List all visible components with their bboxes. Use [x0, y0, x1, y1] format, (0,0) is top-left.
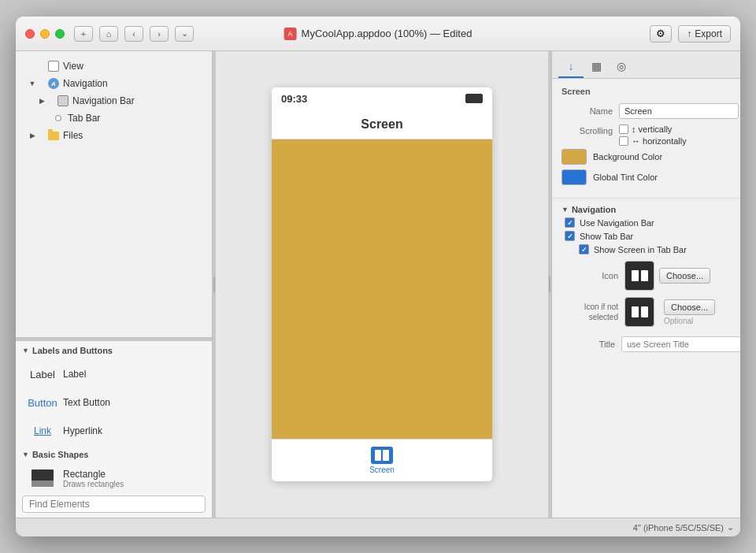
tree-item-files[interactable]: ▶ Files — [16, 127, 212, 144]
background-color-label: Background Color — [593, 152, 662, 161]
global-tint-row[interactable]: Global Tint Color — [561, 169, 731, 185]
right-divider-dot — [549, 276, 550, 292]
tree-item-navigation[interactable]: ▼ A Navigation — [16, 75, 212, 92]
element-hyperlink-name: Hyperlink — [63, 425, 102, 436]
toolbar-left: + ⌂ ‹ › ⌄ — [74, 26, 194, 42]
global-tint-swatch[interactable] — [561, 169, 587, 185]
element-rectangle-text: Rectangle Draws rectangles — [63, 469, 124, 488]
use-nav-bar-wrap[interactable]: ✓ Use Navigation Bar — [565, 217, 654, 228]
section-basic-shapes-label: Basic Shapes — [32, 450, 89, 459]
scroll-horizontal-option[interactable]: ↔ horizontally — [619, 136, 687, 146]
close-button[interactable] — [25, 29, 35, 39]
section-labels-buttons[interactable]: ▼ Labels and Buttons — [16, 341, 212, 360]
phone-content — [272, 139, 492, 439]
navigation-options: ✓ Use Navigation Bar ✓ Show Tab Bar — [552, 217, 740, 362]
tree-label-tab-bar: Tab Bar — [68, 113, 100, 124]
home-button[interactable]: ⌂ — [99, 26, 118, 42]
tree-item-navigation-bar[interactable]: ▶ Navigation Bar — [16, 92, 212, 109]
tab-page-left — [375, 450, 381, 461]
add-button[interactable]: + — [74, 26, 93, 42]
tab-properties[interactable]: ↓ — [558, 56, 584, 78]
forward-icon: › — [158, 29, 161, 39]
device-dropdown-icon[interactable]: ⌄ — [727, 522, 734, 533]
navbar-triangle-icon: ▶ — [38, 97, 46, 105]
app-icon: A — [284, 28, 297, 40]
show-screen-in-tab-wrap[interactable]: ✓ Show Screen in Tab Bar — [579, 244, 687, 254]
text-button-preview-icon: Button — [28, 392, 57, 414]
phone-nav-bar: Screen — [272, 109, 492, 139]
choose-optional-wrap: Choose... Optional — [664, 299, 715, 325]
show-tab-bar-row[interactable]: ✓ Show Tab Bar — [561, 231, 731, 241]
plus-icon: + — [81, 29, 86, 39]
icon-not-selected-row: Icon if not selected Ch — [561, 297, 731, 327]
show-screen-in-tab-row[interactable]: ✓ Show Screen in Tab Bar — [576, 244, 731, 254]
icon-choose-button[interactable]: Choose... — [659, 268, 710, 284]
tree-label-files: Files — [63, 130, 83, 141]
icon-not-selected-preview[interactable] — [624, 297, 654, 327]
element-label[interactable]: Label Label — [16, 360, 212, 388]
section-labels-buttons-label: Labels and Buttons — [32, 346, 113, 355]
use-nav-bar-checkbox[interactable]: ✓ — [565, 217, 575, 228]
background-color-row[interactable]: Background Color — [561, 149, 731, 165]
scroll-vertical-label: ↕ vertically — [632, 124, 672, 134]
background-color-swatch[interactable] — [561, 149, 587, 165]
label-preview-icon: Label — [28, 363, 57, 385]
tab-info[interactable]: ◎ — [609, 56, 634, 78]
minimize-button[interactable] — [40, 29, 50, 39]
element-rectangle[interactable]: Rectangle Draws rectangles — [16, 464, 212, 492]
divider-dot — [213, 276, 215, 292]
chevron-button[interactable]: ⌄ — [175, 26, 194, 42]
element-text-button[interactable]: Button Text Button — [16, 388, 212, 417]
back-button[interactable]: ‹ — [124, 26, 143, 42]
icon-preview[interactable] — [624, 261, 654, 291]
traffic-lights — [25, 29, 65, 39]
info-icon: ◎ — [617, 60, 626, 72]
navigation-section-label: Navigation — [572, 205, 616, 214]
export-button[interactable]: ↑ Export — [678, 25, 731, 43]
navigation-icon: A — [48, 78, 59, 89]
show-tab-bar-checkbox[interactable]: ✓ — [565, 231, 575, 241]
name-input[interactable] — [619, 103, 739, 119]
icon-not-selected-choose-button[interactable]: Choose... — [664, 299, 715, 315]
element-hyperlink[interactable]: Link Hyperlink — [16, 417, 212, 445]
show-screen-in-tab-label: Show Screen in Tab Bar — [594, 245, 687, 254]
use-nav-bar-row[interactable]: ✓ Use Navigation Bar — [561, 217, 731, 228]
scroll-horizontal-label: ↔ horizontally — [632, 136, 687, 146]
tabbar-icon — [55, 115, 61, 121]
home-icon: ⌂ — [106, 29, 112, 39]
shapes-triangle-icon: ▼ — [22, 451, 29, 458]
icon-label: Icon — [565, 270, 618, 281]
section-triangle-icon: ▼ — [22, 347, 29, 354]
tree-item-view[interactable]: View — [16, 58, 212, 75]
name-prop-row: Name — [561, 102, 731, 120]
find-input[interactable] — [22, 495, 206, 513]
maximize-button[interactable] — [55, 29, 65, 39]
chevron-down-icon: ⌄ — [181, 28, 188, 39]
global-tint-label: Global Tint Color — [593, 173, 658, 182]
title-bar: + ⌂ ‹ › ⌄ A MyCoolApp.appdoo (100%) — Ed… — [16, 17, 740, 51]
navbaritem-icon — [57, 95, 69, 106]
icon-page-left — [632, 270, 639, 281]
export-icon: ↑ — [687, 28, 691, 39]
tree-item-tab-bar[interactable]: Tab Bar — [16, 109, 212, 127]
tab-layout[interactable]: ▦ — [584, 56, 609, 78]
forward-button[interactable]: › — [150, 26, 169, 42]
icon-ns-page-right — [641, 306, 648, 317]
hyperlink-el-preview: Link — [34, 425, 51, 436]
app-window: + ⌂ ‹ › ⌄ A MyCoolApp.appdoo (100%) — Ed… — [16, 17, 740, 536]
show-tab-bar-wrap[interactable]: ✓ Show Tab Bar — [565, 231, 633, 241]
section-basic-shapes[interactable]: ▼ Basic Shapes — [16, 445, 212, 464]
phone-tab-bar: Screen — [272, 439, 492, 481]
tab-icon-inner — [375, 450, 389, 461]
title-input[interactable] — [621, 336, 740, 352]
show-screen-in-tab-checkbox[interactable]: ✓ — [579, 244, 589, 254]
navigation-section-header[interactable]: ▼ Navigation — [552, 199, 740, 217]
export-label: Export — [695, 28, 722, 39]
rectangle-preview-icon — [28, 467, 57, 489]
scroll-horizontal-checkbox[interactable] — [619, 136, 628, 146]
scroll-vertical-checkbox[interactable] — [619, 124, 628, 134]
scroll-vertical-option[interactable]: ↕ vertically — [619, 124, 687, 134]
element-text-button-name: Text Button — [63, 397, 110, 408]
icon-not-selected-preview-inner — [632, 306, 648, 317]
gear-button[interactable]: ⚙ — [650, 25, 672, 43]
